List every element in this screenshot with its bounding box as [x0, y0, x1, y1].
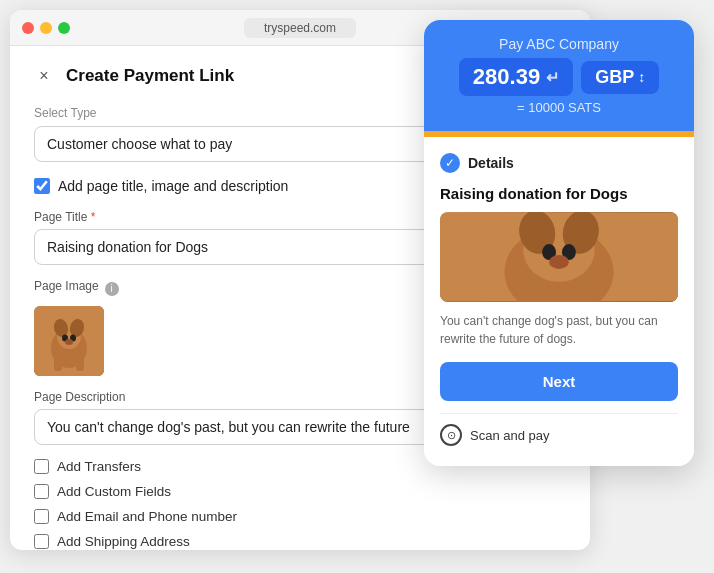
scan-icon: ⊙ [440, 424, 462, 446]
pay-amount-box: 280.39 ↵ [459, 58, 573, 96]
options-section: Add Transfers Add Custom Fields Add Emai… [34, 459, 566, 549]
add-email-phone-checkbox[interactable] [34, 509, 49, 524]
maximize-dot[interactable] [58, 22, 70, 34]
svg-rect-8 [54, 356, 62, 371]
add-page-info-checkbox[interactable] [34, 178, 50, 194]
add-shipping-checkbox[interactable] [34, 534, 49, 549]
close-button[interactable]: × [34, 66, 54, 86]
svg-rect-9 [76, 356, 84, 371]
add-page-info-label: Add page title, image and description [58, 178, 288, 194]
pay-currency-box: GBP ↕ [581, 61, 659, 94]
add-custom-fields-label: Add Custom Fields [57, 484, 171, 499]
pay-currency-value: GBP [595, 67, 634, 88]
next-button[interactable]: Next [440, 362, 678, 401]
add-shipping-label: Add Shipping Address [57, 534, 190, 549]
card-description: You can't change dog's past, but you can… [440, 312, 678, 348]
pay-sats: = 10000 SATS [444, 100, 674, 115]
add-email-phone-label: Add Email and Phone number [57, 509, 237, 524]
dog-illustration [34, 306, 104, 376]
modal-title: Create Payment Link [66, 66, 234, 86]
preview-card: Pay ABC Company 280.39 ↵ GBP ↕ = 10000 S… [424, 20, 694, 466]
pay-amount-value: 280.39 [473, 64, 540, 90]
pay-amount-row: 280.39 ↵ GBP ↕ [444, 58, 674, 96]
add-custom-fields-row: Add Custom Fields [34, 484, 566, 499]
browser-dots [22, 22, 70, 34]
page-image-thumbnail[interactable] [34, 306, 104, 376]
currency-arrows-icon: ↕ [638, 69, 645, 85]
add-transfers-checkbox[interactable] [34, 459, 49, 474]
details-label: Details [468, 155, 514, 171]
page-image-label: Page Image [34, 279, 99, 293]
scan-pay-label: Scan and pay [470, 428, 550, 443]
scan-pay-row: ⊙ Scan and pay [440, 413, 678, 450]
card-dog-illustration [440, 212, 678, 302]
close-dot[interactable] [22, 22, 34, 34]
card-body: ✓ Details Raising donation for Dogs You … [424, 131, 694, 466]
payment-tooltip: Pay ABC Company 280.39 ↵ GBP ↕ = 10000 S… [424, 20, 694, 131]
svg-point-7 [65, 339, 73, 345]
enter-icon: ↵ [546, 68, 559, 87]
minimize-dot[interactable] [40, 22, 52, 34]
add-email-phone-row: Add Email and Phone number [34, 509, 566, 524]
card-dog-image [440, 212, 678, 302]
add-shipping-row: Add Shipping Address [34, 534, 566, 549]
url-bar[interactable]: tryspeed.com [244, 18, 356, 38]
pay-company-label: Pay ABC Company [444, 36, 674, 52]
dog-image-placeholder [34, 306, 104, 376]
info-icon[interactable]: i [105, 282, 119, 296]
details-check-icon: ✓ [440, 153, 460, 173]
svg-point-17 [549, 255, 569, 269]
card-dog-title: Raising donation for Dogs [440, 185, 678, 202]
card-inner: ✓ Details Raising donation for Dogs You … [424, 137, 694, 466]
details-row: ✓ Details [440, 153, 678, 173]
required-star: * [87, 210, 95, 224]
add-custom-fields-checkbox[interactable] [34, 484, 49, 499]
add-transfers-label: Add Transfers [57, 459, 141, 474]
